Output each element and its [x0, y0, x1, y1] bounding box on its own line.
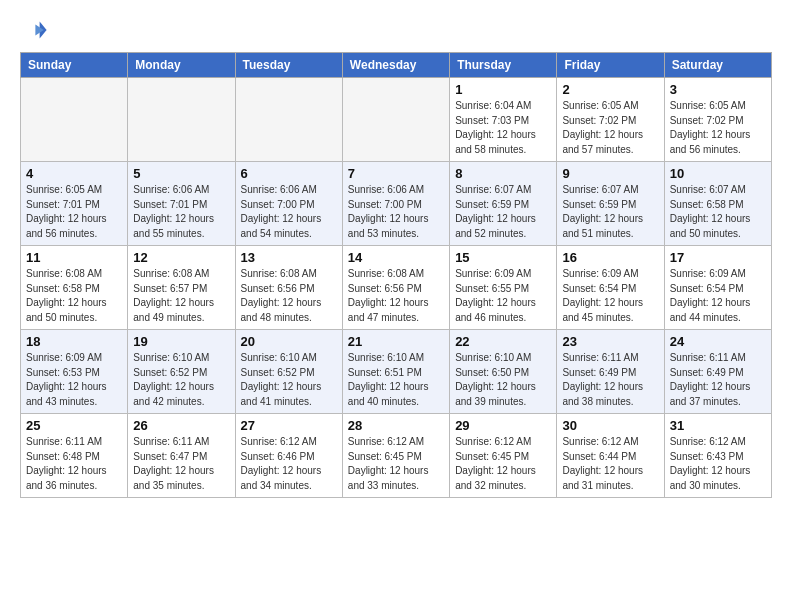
day-number: 17: [670, 250, 766, 265]
day-number: 5: [133, 166, 229, 181]
day-number: 29: [455, 418, 551, 433]
day-cell: 12Sunrise: 6:08 AMSunset: 6:57 PMDayligh…: [128, 246, 235, 330]
day-cell: 17Sunrise: 6:09 AMSunset: 6:54 PMDayligh…: [664, 246, 771, 330]
day-info: Sunrise: 6:06 AMSunset: 7:01 PMDaylight:…: [133, 183, 229, 241]
day-info: Sunrise: 6:09 AMSunset: 6:54 PMDaylight:…: [562, 267, 658, 325]
day-info: Sunrise: 6:12 AMSunset: 6:46 PMDaylight:…: [241, 435, 337, 493]
day-cell: 13Sunrise: 6:08 AMSunset: 6:56 PMDayligh…: [235, 246, 342, 330]
col-header-monday: Monday: [128, 53, 235, 78]
day-cell: 15Sunrise: 6:09 AMSunset: 6:55 PMDayligh…: [450, 246, 557, 330]
day-info: Sunrise: 6:08 AMSunset: 6:56 PMDaylight:…: [241, 267, 337, 325]
day-cell: 23Sunrise: 6:11 AMSunset: 6:49 PMDayligh…: [557, 330, 664, 414]
day-info: Sunrise: 6:05 AMSunset: 7:02 PMDaylight:…: [670, 99, 766, 157]
day-cell: 31Sunrise: 6:12 AMSunset: 6:43 PMDayligh…: [664, 414, 771, 498]
day-info: Sunrise: 6:11 AMSunset: 6:49 PMDaylight:…: [562, 351, 658, 409]
day-number: 27: [241, 418, 337, 433]
day-info: Sunrise: 6:08 AMSunset: 6:56 PMDaylight:…: [348, 267, 444, 325]
day-info: Sunrise: 6:10 AMSunset: 6:52 PMDaylight:…: [133, 351, 229, 409]
day-number: 4: [26, 166, 122, 181]
day-cell: 14Sunrise: 6:08 AMSunset: 6:56 PMDayligh…: [342, 246, 449, 330]
day-info: Sunrise: 6:10 AMSunset: 6:50 PMDaylight:…: [455, 351, 551, 409]
day-info: Sunrise: 6:11 AMSunset: 6:48 PMDaylight:…: [26, 435, 122, 493]
day-cell: 25Sunrise: 6:11 AMSunset: 6:48 PMDayligh…: [21, 414, 128, 498]
col-header-friday: Friday: [557, 53, 664, 78]
day-cell: 24Sunrise: 6:11 AMSunset: 6:49 PMDayligh…: [664, 330, 771, 414]
day-cell: 5Sunrise: 6:06 AMSunset: 7:01 PMDaylight…: [128, 162, 235, 246]
day-number: 18: [26, 334, 122, 349]
day-cell: 7Sunrise: 6:06 AMSunset: 7:00 PMDaylight…: [342, 162, 449, 246]
day-info: Sunrise: 6:07 AMSunset: 6:58 PMDaylight:…: [670, 183, 766, 241]
day-number: 26: [133, 418, 229, 433]
day-cell: 28Sunrise: 6:12 AMSunset: 6:45 PMDayligh…: [342, 414, 449, 498]
day-info: Sunrise: 6:12 AMSunset: 6:44 PMDaylight:…: [562, 435, 658, 493]
day-number: 2: [562, 82, 658, 97]
day-number: 10: [670, 166, 766, 181]
day-info: Sunrise: 6:12 AMSunset: 6:45 PMDaylight:…: [455, 435, 551, 493]
day-number: 3: [670, 82, 766, 97]
day-info: Sunrise: 6:12 AMSunset: 6:43 PMDaylight:…: [670, 435, 766, 493]
day-number: 15: [455, 250, 551, 265]
day-cell: 4Sunrise: 6:05 AMSunset: 7:01 PMDaylight…: [21, 162, 128, 246]
day-cell: 27Sunrise: 6:12 AMSunset: 6:46 PMDayligh…: [235, 414, 342, 498]
day-cell: 19Sunrise: 6:10 AMSunset: 6:52 PMDayligh…: [128, 330, 235, 414]
col-header-thursday: Thursday: [450, 53, 557, 78]
day-info: Sunrise: 6:09 AMSunset: 6:55 PMDaylight:…: [455, 267, 551, 325]
day-number: 22: [455, 334, 551, 349]
day-number: 12: [133, 250, 229, 265]
day-cell: 6Sunrise: 6:06 AMSunset: 7:00 PMDaylight…: [235, 162, 342, 246]
day-info: Sunrise: 6:11 AMSunset: 6:49 PMDaylight:…: [670, 351, 766, 409]
day-cell: 2Sunrise: 6:05 AMSunset: 7:02 PMDaylight…: [557, 78, 664, 162]
day-number: 16: [562, 250, 658, 265]
day-info: Sunrise: 6:10 AMSunset: 6:52 PMDaylight:…: [241, 351, 337, 409]
col-header-saturday: Saturday: [664, 53, 771, 78]
day-cell: [342, 78, 449, 162]
page: SundayMondayTuesdayWednesdayThursdayFrid…: [0, 0, 792, 514]
day-cell: 20Sunrise: 6:10 AMSunset: 6:52 PMDayligh…: [235, 330, 342, 414]
day-info: Sunrise: 6:06 AMSunset: 7:00 PMDaylight:…: [348, 183, 444, 241]
day-number: 23: [562, 334, 658, 349]
day-number: 20: [241, 334, 337, 349]
day-info: Sunrise: 6:07 AMSunset: 6:59 PMDaylight:…: [455, 183, 551, 241]
logo: [20, 16, 52, 44]
day-number: 11: [26, 250, 122, 265]
day-number: 9: [562, 166, 658, 181]
day-info: Sunrise: 6:08 AMSunset: 6:58 PMDaylight:…: [26, 267, 122, 325]
day-cell: 8Sunrise: 6:07 AMSunset: 6:59 PMDaylight…: [450, 162, 557, 246]
day-cell: 18Sunrise: 6:09 AMSunset: 6:53 PMDayligh…: [21, 330, 128, 414]
day-info: Sunrise: 6:11 AMSunset: 6:47 PMDaylight:…: [133, 435, 229, 493]
week-row-1: 1Sunrise: 6:04 AMSunset: 7:03 PMDaylight…: [21, 78, 772, 162]
col-header-tuesday: Tuesday: [235, 53, 342, 78]
header: [20, 16, 772, 44]
day-info: Sunrise: 6:09 AMSunset: 6:54 PMDaylight:…: [670, 267, 766, 325]
calendar-header-row: SundayMondayTuesdayWednesdayThursdayFrid…: [21, 53, 772, 78]
day-number: 13: [241, 250, 337, 265]
day-cell: [235, 78, 342, 162]
day-cell: 29Sunrise: 6:12 AMSunset: 6:45 PMDayligh…: [450, 414, 557, 498]
day-number: 24: [670, 334, 766, 349]
day-cell: 3Sunrise: 6:05 AMSunset: 7:02 PMDaylight…: [664, 78, 771, 162]
day-cell: 11Sunrise: 6:08 AMSunset: 6:58 PMDayligh…: [21, 246, 128, 330]
day-cell: 22Sunrise: 6:10 AMSunset: 6:50 PMDayligh…: [450, 330, 557, 414]
day-number: 30: [562, 418, 658, 433]
day-number: 19: [133, 334, 229, 349]
day-cell: 21Sunrise: 6:10 AMSunset: 6:51 PMDayligh…: [342, 330, 449, 414]
day-info: Sunrise: 6:05 AMSunset: 7:02 PMDaylight:…: [562, 99, 658, 157]
day-info: Sunrise: 6:09 AMSunset: 6:53 PMDaylight:…: [26, 351, 122, 409]
day-info: Sunrise: 6:10 AMSunset: 6:51 PMDaylight:…: [348, 351, 444, 409]
week-row-3: 11Sunrise: 6:08 AMSunset: 6:58 PMDayligh…: [21, 246, 772, 330]
day-cell: [21, 78, 128, 162]
day-info: Sunrise: 6:08 AMSunset: 6:57 PMDaylight:…: [133, 267, 229, 325]
day-number: 6: [241, 166, 337, 181]
day-info: Sunrise: 6:06 AMSunset: 7:00 PMDaylight:…: [241, 183, 337, 241]
day-cell: 10Sunrise: 6:07 AMSunset: 6:58 PMDayligh…: [664, 162, 771, 246]
day-number: 14: [348, 250, 444, 265]
day-cell: 9Sunrise: 6:07 AMSunset: 6:59 PMDaylight…: [557, 162, 664, 246]
day-number: 31: [670, 418, 766, 433]
day-number: 8: [455, 166, 551, 181]
day-info: Sunrise: 6:05 AMSunset: 7:01 PMDaylight:…: [26, 183, 122, 241]
day-number: 25: [26, 418, 122, 433]
day-info: Sunrise: 6:04 AMSunset: 7:03 PMDaylight:…: [455, 99, 551, 157]
col-header-sunday: Sunday: [21, 53, 128, 78]
day-cell: 1Sunrise: 6:04 AMSunset: 7:03 PMDaylight…: [450, 78, 557, 162]
day-cell: [128, 78, 235, 162]
